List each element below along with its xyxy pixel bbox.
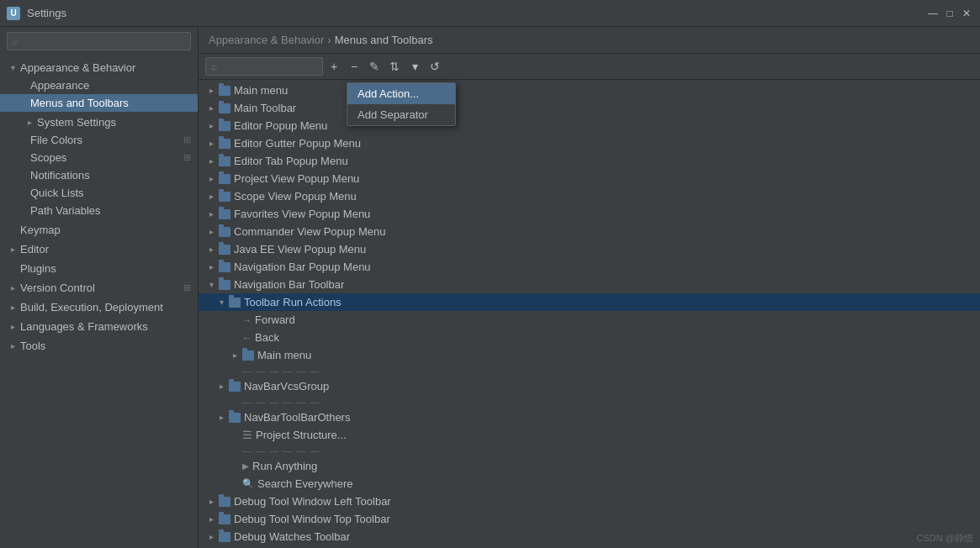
expand-arrow-icon <box>205 244 217 256</box>
add-action-item[interactable]: Add Action... <box>347 83 455 104</box>
sidebar-leaf-label: File Colors <box>30 134 82 146</box>
expand-arrow-icon <box>205 155 217 167</box>
sidebar-leaf-label: Menus and Toolbars <box>30 97 129 109</box>
tree-item-label: Main menu <box>257 349 311 361</box>
expand-arrow-icon <box>205 208 217 220</box>
sidebar-item-appearance[interactable]: Appearance <box>0 76 198 94</box>
run-anything-icon: ▶ <box>242 461 249 471</box>
close-button[interactable]: ✕ <box>960 7 973 20</box>
tree-item-main-menu[interactable]: Main menu <box>199 82 980 99</box>
sidebar-item-editor[interactable]: Editor <box>0 239 198 258</box>
sidebar-search-input[interactable] <box>7 32 191 50</box>
sidebar-item-notifications[interactable]: Notifications <box>0 166 198 184</box>
tree-item-editor-gutter-popup[interactable]: Editor Gutter Popup Menu <box>199 134 980 152</box>
back-icon: ← <box>242 333 252 343</box>
tree-item-label: Editor Popup Menu <box>234 119 327 132</box>
expand-arrow-icon <box>229 350 241 361</box>
tree-item-label: Project View Popup Menu <box>234 172 359 185</box>
sidebar-item-build-exec-deploy[interactable]: Build, Execution, Deployment <box>0 297 198 316</box>
tree-item-label: NavBarToolBarOthers <box>244 411 350 424</box>
sidebar-item-version-control[interactable]: Version Control ⊞ <box>0 277 198 297</box>
tree-item-label: Forward <box>255 314 295 326</box>
folder-icon <box>229 298 241 308</box>
expand-arrow-icon <box>205 496 217 508</box>
tree-item-forward[interactable]: → Forward <box>199 311 980 329</box>
file-colors-icon: ⊞ <box>183 134 191 145</box>
tree-item-nav-bar-toolbar[interactable]: Navigation Bar Toolbar <box>199 276 980 293</box>
expand-arrow-icon <box>215 297 227 308</box>
tree-item-debug-tool-left[interactable]: Debug Tool Window Left Toolbar <box>199 493 980 510</box>
sidebar-item-languages-frameworks[interactable]: Languages & Frameworks <box>0 316 198 335</box>
tree-item-favorites-view-popup[interactable]: Favorites View Popup Menu <box>199 205 980 223</box>
tree-item-editor-popup[interactable]: Editor Popup Menu <box>199 117 980 134</box>
sidebar-item-scopes[interactable]: Scopes ⊞ <box>0 149 198 166</box>
maximize-button[interactable]: □ <box>943 7 956 20</box>
window-controls: — □ ✕ <box>926 7 973 20</box>
sidebar-item-keymap[interactable]: Keymap <box>0 219 198 239</box>
sidebar-item-system-settings[interactable]: System Settings <box>0 112 198 131</box>
minimize-button[interactable]: — <box>926 7 940 20</box>
folder-icon <box>219 192 230 202</box>
breadcrumb-parent: Appearance & Behavior <box>209 34 324 46</box>
expand-arrow-icon <box>205 103 217 114</box>
expand-arrow-icon <box>205 226 217 238</box>
expand-arrow-icon <box>205 120 217 132</box>
tree-item-label: Java EE View Popup Menu <box>234 243 366 256</box>
toolbar-search-input[interactable] <box>205 57 323 76</box>
remove-button[interactable]: − <box>345 57 363 76</box>
sidebar-item-plugins[interactable]: Plugins <box>0 258 198 277</box>
tree-item-label: Debug Tool Window Left Toolbar <box>234 495 391 508</box>
tree-item-label: Favorites View Popup Menu <box>234 208 370 220</box>
tree-item-search-everywhere[interactable]: 🔍 Search Everywhere <box>199 475 980 493</box>
tree-item-label: Debug Watches Toolbar <box>234 530 350 543</box>
sidebar-leaf-label: Notifications <box>30 169 90 182</box>
sidebar-item-file-colors[interactable]: File Colors ⊞ <box>0 131 198 149</box>
sidebar-item-menus-toolbars[interactable]: Menus and Toolbars <box>0 94 198 112</box>
tree-item-main-menu-sub[interactable]: Main menu <box>199 346 980 364</box>
edit-button[interactable]: ✎ <box>365 57 384 76</box>
expand-arrow-icon <box>205 261 217 273</box>
tree-item-navbar-vcs-group[interactable]: NavBarVcsGroup <box>199 377 980 395</box>
tree-item-nav-bar-popup[interactable]: Navigation Bar Popup Menu <box>199 258 980 276</box>
tree-item-debug-watches[interactable]: Debug Watches Toolbar <box>199 528 980 545</box>
tree-item-label: NavBarVcsGroup <box>244 380 329 393</box>
tree-item-editor-tab-popup[interactable]: Editor Tab Popup Menu <box>199 152 980 170</box>
tree-item-navbar-toolbar-others[interactable]: NavBarToolBarOthers <box>199 408 980 426</box>
tree-item-run-anything[interactable]: ▶ Run Anything <box>199 457 980 475</box>
sidebar-item-path-variables[interactable]: Path Variables <box>0 202 198 219</box>
tree-item-java-ee-view-popup[interactable]: Java EE View Popup Menu <box>199 240 980 258</box>
expand-arrow-icon <box>205 279 217 291</box>
tree-item-main-toolbar[interactable]: Main Toolbar <box>199 99 980 117</box>
add-button[interactable]: + <box>325 57 343 76</box>
dropdown-button[interactable]: ▾ <box>405 57 424 76</box>
folder-icon <box>219 139 230 149</box>
add-separator-item[interactable]: Add Separator <box>347 104 455 125</box>
expand-arrow-icon <box>215 412 227 424</box>
reset-button[interactable]: ↺ <box>426 57 444 76</box>
sidebar-leaf-label: Path Variables <box>30 204 101 217</box>
expand-arrow-icon <box>215 381 227 393</box>
tree-item-commander-view-popup[interactable]: Commander View Popup Menu <box>199 223 980 240</box>
tree-item-back[interactable]: ← Back <box>199 329 980 346</box>
version-control-icon: ⊞ <box>183 282 191 293</box>
breadcrumb: Appearance & Behavior › Menus and Toolba… <box>199 27 980 54</box>
sidebar-item-label: Plugins <box>20 262 56 275</box>
tree-item-scope-view-popup[interactable]: Scope View Popup Menu <box>199 187 980 205</box>
folder-icon <box>219 245 230 255</box>
sidebar-item-label: Version Control <box>20 282 95 294</box>
sidebar-item-appearance-behavior[interactable]: Appearance & Behavior <box>0 57 198 76</box>
tree-item-debug-tool-top[interactable]: Debug Tool Window Top Toolbar <box>199 510 980 528</box>
sidebar-item-quick-lists[interactable]: Quick Lists <box>0 184 198 202</box>
move-button[interactable]: ⇅ <box>385 57 404 76</box>
tree-item-label: Search Everywhere <box>257 477 352 490</box>
sidebar-item-tools[interactable]: Tools <box>0 335 198 355</box>
project-structure-icon: ☰ <box>242 429 252 441</box>
tree-item-label: Project Structure... <box>256 429 347 441</box>
sidebar-item-label: Languages & Frameworks <box>20 320 148 333</box>
tree-item-label: Back <box>255 331 279 344</box>
tree-item-toolbar-run-actions[interactable]: Toolbar Run Actions <box>199 293 980 311</box>
breadcrumb-separator: › <box>327 34 331 46</box>
tree-item-project-structure[interactable]: ☰ Project Structure... <box>199 426 980 444</box>
tree-item-project-view-popup[interactable]: Project View Popup Menu <box>199 170 980 187</box>
title-bar: U Settings — □ ✕ <box>0 0 980 27</box>
